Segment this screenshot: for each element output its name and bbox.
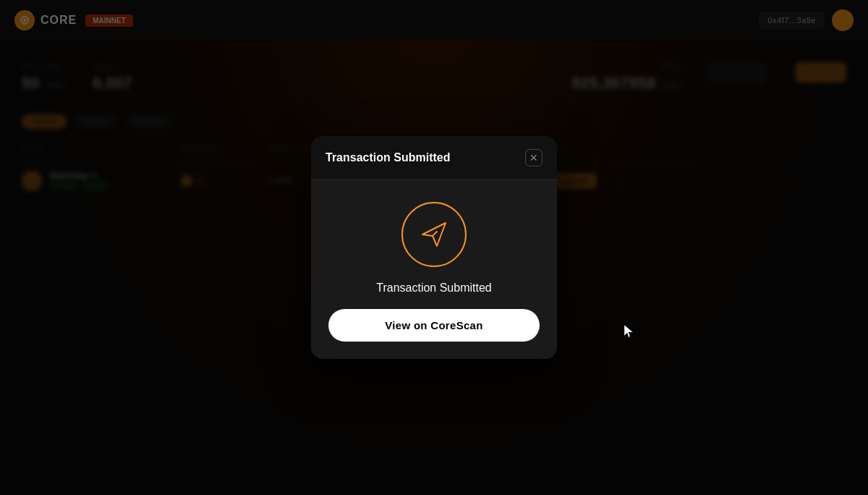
modal-title: Transaction Submitted — [326, 151, 450, 164]
transaction-modal: Transaction Submitted ✕ Transaction Subm… — [311, 136, 557, 359]
modal-overlay: Transaction Submitted ✕ Transaction Subm… — [0, 0, 868, 495]
modal-status-text: Transaction Submitted — [376, 282, 491, 295]
success-icon-circle — [401, 202, 467, 267]
modal-header: Transaction Submitted ✕ — [311, 136, 557, 180]
modal-body: Transaction Submitted View on CoreScan — [311, 180, 557, 359]
corescan-button[interactable]: View on CoreScan — [328, 309, 540, 342]
paper-plane-icon — [417, 217, 451, 252]
modal-close-button[interactable]: ✕ — [525, 149, 542, 166]
